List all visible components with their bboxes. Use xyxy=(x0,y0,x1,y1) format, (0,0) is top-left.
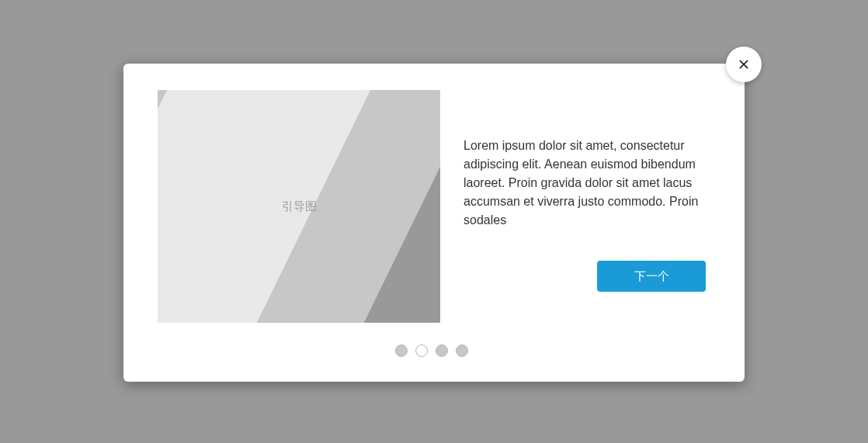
pager-dot-2[interactable] xyxy=(415,344,428,357)
description-text: Lorem ipsum dolor sit amet, consectetur … xyxy=(464,137,706,230)
next-button[interactable]: 下一个 xyxy=(597,261,706,292)
close-button[interactable] xyxy=(726,47,762,82)
guide-image-placeholder: 引导图 xyxy=(158,90,440,323)
image-label: 引导图 xyxy=(282,199,317,214)
onboarding-modal: 引导图 Lorem ipsum dolor sit amet, consecte… xyxy=(123,64,745,382)
modal-body: 引导图 Lorem ipsum dolor sit amet, consecte… xyxy=(123,64,745,382)
pager-dot-4[interactable] xyxy=(456,344,468,357)
text-column: Lorem ipsum dolor sit amet, consectetur … xyxy=(464,90,706,326)
action-row: 下一个 xyxy=(464,261,706,292)
pager-dot-3[interactable] xyxy=(436,344,448,357)
pager xyxy=(158,344,706,357)
close-icon xyxy=(736,57,752,72)
pager-dot-1[interactable] xyxy=(395,344,408,357)
content-row: 引导图 Lorem ipsum dolor sit amet, consecte… xyxy=(158,90,706,326)
